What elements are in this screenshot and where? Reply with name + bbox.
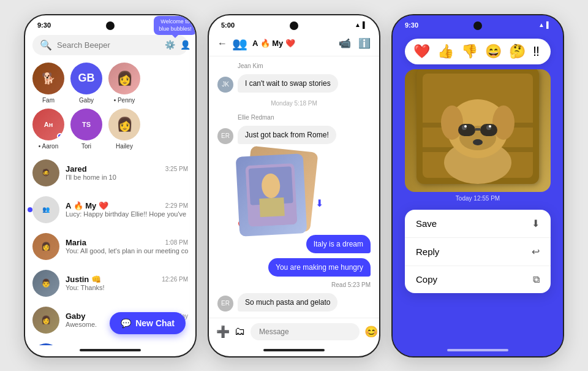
home-bar-3 [447, 349, 508, 351]
new-chat-icon: 💬 [121, 318, 131, 328]
copy-label: Copy [416, 274, 437, 285]
react-heart[interactable]: ❤️ [413, 44, 430, 59]
home-bar-2 [263, 349, 325, 351]
react-think[interactable]: 🤔 [509, 44, 526, 59]
msg-row-right1: Italy is a dream [217, 235, 371, 253]
story-avatar-penny: 👩 [108, 63, 140, 94]
new-chat-label: New Chat [135, 318, 175, 328]
messages-area: Jean Kim JK I can't wait to swap stories… [209, 56, 379, 318]
search-icon: 🔍 [40, 39, 52, 51]
image-stack: ⬇ [238, 149, 317, 215]
chat-content-maria: Maria 1:08 PM You: All good, let's plan … [66, 238, 188, 254]
chat-item-jared[interactable]: 🧔 Jared 3:25 PM I'll be home in 10 [25, 155, 195, 191]
chat-preview-maria: You: All good, let's plan in our meeting… [66, 247, 188, 254]
time-2: 5:00 [221, 21, 235, 29]
chat-preview-amy: Lucy: Happy birthday Ellie!! Hope you've… [66, 210, 188, 218]
msg-avatar-ellie: ER [217, 128, 233, 144]
chat-name-justin: Justin 👊 [66, 275, 101, 284]
search-bar[interactable]: 🔍 ⚙️ 👤 Welcome to blue bubbles! [32, 35, 188, 55]
download-float-icon[interactable]: ⬇ [315, 197, 323, 209]
chat-list: 🧔 Jared 3:25 PM I'll be home in 10 👥 [25, 155, 195, 345]
msg-row-right2: You are making me hungry [217, 258, 371, 277]
message-input[interactable] [251, 323, 360, 340]
story-fam[interactable]: 🐕 Fam [32, 63, 64, 104]
context-copy[interactable]: Copy ⧉ [405, 266, 551, 293]
chat-item-justin[interactable]: 👨 Justin 👊 12:26 PM You: Thanks! [25, 265, 195, 302]
story-avatar-gaby: GB [70, 63, 102, 94]
svg-rect-15 [475, 128, 480, 131]
notch-2 [290, 21, 298, 30]
story-hailey[interactable]: 👩 Hailey [108, 109, 140, 150]
chat-item-amy[interactable]: 👥 A 🔥 My ❤️ 2:29 PM Lucy: Happy birthday… [25, 191, 195, 228]
story-label-aaron: • Aaron [39, 143, 58, 150]
react-thumbsup[interactable]: 👍 [437, 44, 454, 59]
react-laugh[interactable]: 😄 [485, 44, 502, 59]
photo-time-label: Today 12:55 PM [393, 195, 563, 202]
chat-time-maria: 1:08 PM [165, 239, 188, 246]
video-icon[interactable]: 📹 [339, 37, 351, 49]
chat-avatar-adrienne: AD [32, 343, 59, 345]
back-button[interactable]: ← [217, 38, 227, 49]
story-avatar-tori: TS [70, 109, 102, 140]
msg-bubble-hungry: You are making me hungry [268, 258, 371, 277]
emoji-input-icon[interactable]: 😊 [364, 325, 378, 338]
save-icon: ⬇ [532, 218, 540, 229]
story-avatar-aaron: Ан [32, 109, 64, 140]
save-label: Save [416, 218, 437, 229]
phone-2: 5:00 ▲▌ ← 👥 A 🔥 My ❤️ 📹 ℹ️ Jean Kim [208, 14, 380, 358]
date-divider: Monday 5:18 PM [217, 100, 371, 107]
msg-avatar-jean: JK [217, 77, 233, 93]
header-title: A 🔥 My ❤️ [252, 39, 334, 48]
welcome-bubble: Welcome to blue bubbles! [154, 16, 197, 35]
svg-point-16 [473, 139, 483, 145]
svg-rect-13 [458, 124, 475, 136]
sticker-icon[interactable]: 🗂 [235, 325, 246, 338]
chat-name-maria: Maria [66, 238, 86, 247]
chat-preview-jared: I'll be home in 10 [66, 174, 188, 181]
story-gaby[interactable]: GB Gaby [70, 63, 102, 104]
copy-icon: ⧉ [533, 274, 540, 285]
story-label-tori: Tori [81, 143, 91, 150]
search-input[interactable] [57, 40, 160, 50]
story-label-gaby: Gaby [79, 97, 94, 104]
chat-avatar-gaby2: 👩 [32, 307, 59, 334]
svg-point-20 [489, 125, 491, 128]
chat-header: ← 👥 A 🔥 My ❤️ 📹 ℹ️ [209, 31, 379, 56]
reply-icon: ↩ [532, 246, 540, 258]
chat-name-amy: A 🔥 My ❤️ [66, 201, 108, 210]
react-thumbsdown[interactable]: 👎 [461, 44, 478, 59]
context-reply[interactable]: Reply ↩ [405, 238, 551, 266]
chat-input-bar: ➕ 🗂 😊 🎤 [209, 318, 379, 345]
story-label-fam: Fam [42, 97, 55, 104]
gear-icon[interactable]: ⚙️ [165, 40, 175, 50]
chat-name-jared: Jared [66, 164, 87, 174]
chat-content-justin: Justin 👊 12:26 PM You: Thanks! [66, 275, 188, 291]
notch-1 [106, 21, 115, 30]
new-chat-button[interactable]: 💬 New Chat [110, 312, 186, 334]
msg-bubble-pasta: So much pasta and gelato [238, 293, 337, 312]
story-tori[interactable]: TS Tori [70, 109, 102, 150]
story-avatar-fam: 🐕 [32, 63, 64, 94]
msg-bubble-ellie1: Just got back from Rome! [238, 126, 336, 144]
chat-item-adrienne[interactable]: AD Adrienne Omg, that looks so nice! [25, 338, 195, 345]
story-row-1: 🐕 Fam GB Gaby 👩 • Penny [25, 60, 195, 109]
add-icon[interactable]: ➕ [216, 325, 230, 338]
story-penny[interactable]: 👩 • Penny [108, 63, 140, 104]
chat-avatar-justin: 👨 [32, 270, 59, 297]
context-save[interactable]: Save ⬇ [405, 210, 551, 238]
svg-point-10 [441, 105, 463, 140]
chat-item-maria[interactable]: 👩 Maria 1:08 PM You: All good, let's pla… [25, 228, 195, 265]
info-icon[interactable]: ℹ️ [358, 37, 371, 49]
header-avatar-emojis: 👥 [232, 36, 247, 51]
status-icons-2: ▲▌ [355, 21, 367, 28]
react-exclaim[interactable]: ‼️ [533, 44, 540, 59]
svg-point-11 [492, 105, 514, 140]
notch-3 [473, 21, 482, 30]
story-aaron[interactable]: Ан • Aaron [32, 109, 64, 150]
reply-label: Reply [416, 247, 439, 257]
status-icons-3: ▲▌ [538, 21, 551, 28]
img-front [236, 153, 307, 237]
story-avatar-hailey: 👩 [108, 109, 140, 140]
msg-sender-jean: Jean Kim [238, 63, 371, 69]
msg-row-ellie1: ER Just got back from Rome! [217, 126, 371, 144]
